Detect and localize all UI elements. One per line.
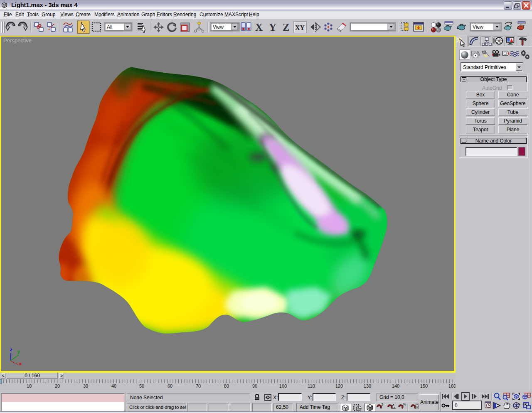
svg-text:y: y	[17, 349, 20, 354]
svg-text:3: 3	[381, 403, 383, 406]
svg-text:0: 0	[455, 403, 458, 408]
svg-text:110: 110	[308, 384, 315, 388]
svg-text:View: View	[473, 24, 483, 30]
svg-text:50: 50	[139, 384, 144, 388]
svg-text:150: 150	[420, 384, 428, 388]
svg-text:All: All	[107, 24, 112, 30]
svg-text:Y: Y	[269, 22, 276, 33]
svg-text:120: 120	[335, 384, 343, 388]
svg-text:10: 10	[27, 384, 32, 388]
svg-text:130: 130	[364, 384, 371, 388]
svg-text:30: 30	[83, 384, 88, 388]
svg-text:z: z	[10, 347, 12, 352]
svg-text:View: View	[213, 24, 224, 30]
svg-text:90: 90	[252, 384, 257, 388]
svg-text:100: 100	[279, 384, 287, 388]
svg-text:40: 40	[111, 384, 116, 388]
svg-text:140: 140	[392, 384, 399, 388]
svg-text:80: 80	[224, 384, 229, 388]
svg-text:Z: Z	[283, 22, 290, 33]
svg-text:XY: XY	[295, 24, 305, 31]
svg-text:20: 20	[55, 384, 60, 388]
svg-text:X: X	[255, 22, 263, 33]
svg-text:%: %	[403, 403, 406, 406]
svg-text:x: x	[19, 361, 22, 366]
svg-text:160: 160	[448, 384, 456, 388]
svg-text:60: 60	[167, 384, 172, 388]
svg-text:70: 70	[196, 384, 201, 388]
